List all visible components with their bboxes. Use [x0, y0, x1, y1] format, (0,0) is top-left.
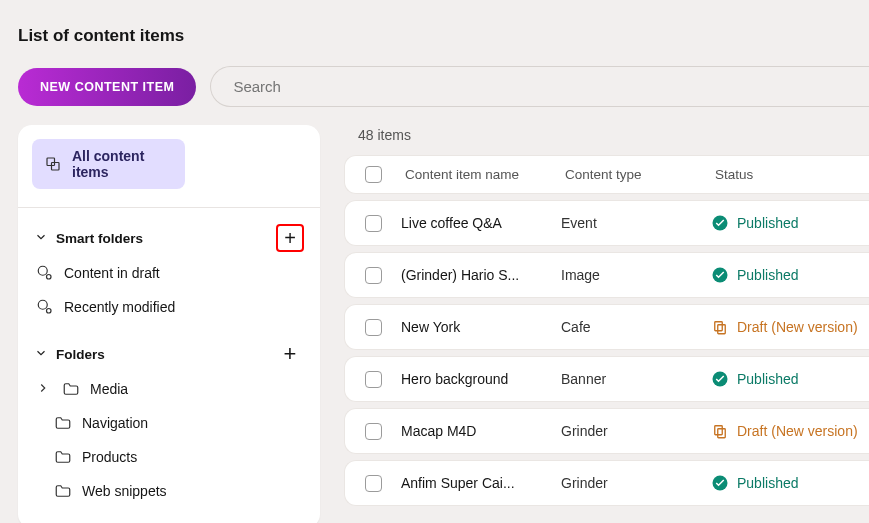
row-checkbox[interactable] [365, 267, 382, 284]
svg-point-2 [38, 266, 47, 275]
folder-icon [54, 482, 72, 500]
folder-icon [54, 414, 72, 432]
folder-web-snippets[interactable]: Web snippets [32, 474, 306, 508]
search-input[interactable] [231, 77, 849, 96]
row-checkbox[interactable] [365, 215, 382, 232]
svg-rect-9 [718, 325, 726, 334]
row-status: Draft (New version) [711, 318, 869, 336]
row-type: Cafe [561, 319, 711, 335]
check-circle-icon [711, 214, 729, 232]
col-status[interactable]: Status [711, 167, 869, 182]
folder-products[interactable]: Products [32, 440, 306, 474]
row-checkbox[interactable] [365, 423, 382, 440]
row-status-text: Draft (New version) [737, 319, 858, 335]
smart-folder-recently-modified[interactable]: Recently modified [32, 290, 306, 324]
smart-folder-content-in-draft[interactable]: Content in draft [32, 256, 306, 290]
row-status: Published [711, 370, 869, 388]
row-status-text: Published [737, 475, 799, 491]
chevron-down-icon [34, 230, 48, 247]
table-row[interactable]: New YorkCafeDraft (New version) [344, 304, 869, 350]
svg-point-5 [47, 309, 52, 314]
folder-navigation[interactable]: Navigation [32, 406, 306, 440]
row-status-text: Published [737, 371, 799, 387]
page-title: List of content items [0, 0, 869, 46]
search-wrap [210, 66, 869, 107]
row-status-text: Draft (New version) [737, 423, 858, 439]
svg-rect-12 [718, 429, 726, 438]
col-type[interactable]: Content type [561, 167, 711, 182]
add-smart-folder-button[interactable]: + [276, 224, 304, 252]
smart-folders-header[interactable]: Smart folders + [32, 208, 306, 256]
sidebar: All content items Smart folders + Conten… [18, 125, 320, 523]
sidebar-item-label: Content in draft [64, 265, 160, 281]
row-name: Hero background [401, 371, 561, 387]
row-type: Grinder [561, 423, 711, 439]
check-circle-icon [711, 266, 729, 284]
sidebar-item-label: Web snippets [82, 483, 167, 499]
svg-rect-0 [47, 158, 55, 166]
svg-point-3 [47, 275, 52, 280]
row-type: Grinder [561, 475, 711, 491]
chevron-down-icon [34, 346, 48, 363]
row-type: Banner [561, 371, 711, 387]
table-row[interactable]: Hero backgroundBannerPublished [344, 356, 869, 402]
check-circle-icon [711, 370, 729, 388]
item-count: 48 items [358, 127, 869, 143]
row-status-text: Published [737, 215, 799, 231]
table-row[interactable]: Macap M4DGrinderDraft (New version) [344, 408, 869, 454]
folder-media[interactable]: Media [32, 372, 306, 406]
row-status: Published [711, 474, 869, 492]
sidebar-item-label: Recently modified [64, 299, 175, 315]
check-circle-icon [711, 474, 729, 492]
smart-folders-label: Smart folders [56, 231, 143, 246]
sidebar-all-content-items[interactable]: All content items [32, 139, 185, 189]
stack-icon [44, 155, 62, 173]
row-status: Published [711, 214, 869, 232]
svg-point-4 [38, 300, 47, 309]
new-content-item-button[interactable]: NEW CONTENT ITEM [18, 68, 196, 106]
folders-label: Folders [56, 347, 105, 362]
row-status: Published [711, 266, 869, 284]
content-list: 48 items Content item name Content type … [344, 125, 869, 506]
folder-icon [62, 380, 80, 398]
table-header: Content item name Content type Status [344, 155, 869, 194]
folder-icon [54, 448, 72, 466]
sidebar-item-label: Navigation [82, 415, 148, 431]
svg-rect-11 [715, 426, 723, 435]
row-checkbox[interactable] [365, 475, 382, 492]
copy-draft-icon [711, 422, 729, 440]
sidebar-all-label: All content items [72, 148, 173, 180]
toolbar: NEW CONTENT ITEM [0, 46, 869, 107]
row-name: Anfim Super Cai... [401, 475, 561, 491]
col-name[interactable]: Content item name [401, 167, 561, 182]
add-folder-button[interactable]: + [276, 340, 304, 368]
row-name: (Grinder) Hario S... [401, 267, 561, 283]
folders-header[interactable]: Folders + [32, 324, 306, 372]
svg-rect-1 [52, 163, 60, 171]
sidebar-item-label: Products [82, 449, 137, 465]
copy-draft-icon [711, 318, 729, 336]
row-type: Image [561, 267, 711, 283]
table-row[interactable]: (Grinder) Hario S...ImagePublished [344, 252, 869, 298]
chevron-right-icon [36, 381, 52, 398]
table-row[interactable]: Anfim Super Cai...GrinderPublished [344, 460, 869, 506]
svg-rect-8 [715, 322, 723, 331]
filter-gear-icon [36, 264, 54, 282]
row-name: Macap M4D [401, 423, 561, 439]
select-all-checkbox[interactable] [365, 166, 382, 183]
row-status-text: Published [737, 267, 799, 283]
row-name: New York [401, 319, 561, 335]
filter-gear-icon [36, 298, 54, 316]
row-type: Event [561, 215, 711, 231]
row-name: Live coffee Q&A [401, 215, 561, 231]
table-row[interactable]: Live coffee Q&AEventPublished [344, 200, 869, 246]
row-checkbox[interactable] [365, 371, 382, 388]
sidebar-item-label: Media [90, 381, 128, 397]
row-checkbox[interactable] [365, 319, 382, 336]
row-status: Draft (New version) [711, 422, 869, 440]
